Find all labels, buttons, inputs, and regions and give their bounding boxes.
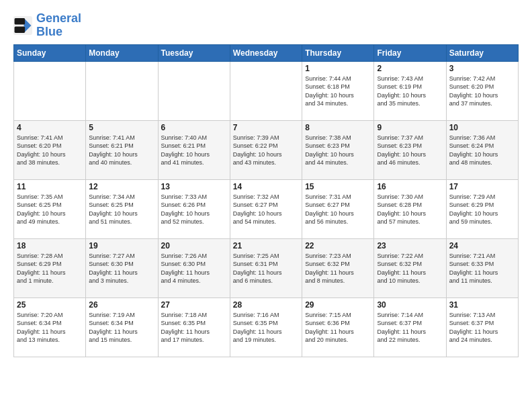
logo-text: General Blue	[36, 12, 81, 39]
calendar-cell: 28Sunrise: 7:16 AM Sunset: 6:35 PM Dayli…	[230, 298, 302, 357]
calendar-cell: 18Sunrise: 7:28 AM Sunset: 6:29 PM Dayli…	[14, 238, 86, 298]
logo: General Blue	[13, 12, 81, 39]
day-number: 7	[233, 123, 299, 132]
cell-content: Sunrise: 7:31 AM Sunset: 6:27 PM Dayligh…	[305, 193, 371, 226]
calendar-cell: 10Sunrise: 7:36 AM Sunset: 6:24 PM Dayli…	[446, 120, 518, 179]
calendar-cell: 21Sunrise: 7:25 AM Sunset: 6:31 PM Dayli…	[230, 238, 302, 298]
day-header-wednesday: Wednesday	[230, 44, 302, 61]
day-number: 24	[449, 241, 515, 250]
cell-content: Sunrise: 7:43 AM Sunset: 6:19 PM Dayligh…	[377, 75, 443, 108]
day-number: 30	[377, 300, 443, 310]
calendar-cell: 5Sunrise: 7:41 AM Sunset: 6:21 PM Daylig…	[86, 120, 158, 179]
cell-content: Sunrise: 7:39 AM Sunset: 6:22 PM Dayligh…	[233, 134, 299, 167]
calendar-cell: 30Sunrise: 7:14 AM Sunset: 6:37 PM Dayli…	[374, 298, 446, 357]
day-number: 5	[89, 123, 154, 132]
cell-content: Sunrise: 7:35 AM Sunset: 6:25 PM Dayligh…	[17, 193, 83, 226]
cell-content: Sunrise: 7:28 AM Sunset: 6:29 PM Dayligh…	[17, 252, 83, 285]
calendar-cell: 24Sunrise: 7:21 AM Sunset: 6:33 PM Dayli…	[446, 238, 518, 298]
cell-content: Sunrise: 7:22 AM Sunset: 6:32 PM Dayligh…	[377, 252, 443, 285]
day-number: 21	[233, 241, 299, 250]
calendar-cell	[86, 61, 158, 120]
week-row-2: 4Sunrise: 7:41 AM Sunset: 6:20 PM Daylig…	[14, 120, 519, 179]
cell-content: Sunrise: 7:37 AM Sunset: 6:23 PM Dayligh…	[377, 134, 443, 167]
calendar-cell: 26Sunrise: 7:19 AM Sunset: 6:34 PM Dayli…	[86, 298, 158, 357]
day-header-monday: Monday	[86, 44, 158, 61]
day-number: 14	[233, 182, 299, 191]
cell-content: Sunrise: 7:33 AM Sunset: 6:26 PM Dayligh…	[161, 193, 227, 226]
calendar-cell: 31Sunrise: 7:13 AM Sunset: 6:37 PM Dayli…	[446, 298, 518, 357]
cell-content: Sunrise: 7:23 AM Sunset: 6:32 PM Dayligh…	[305, 252, 371, 285]
day-header-friday: Friday	[374, 44, 446, 61]
calendar-cell: 13Sunrise: 7:33 AM Sunset: 6:26 PM Dayli…	[158, 179, 230, 238]
cell-content: Sunrise: 7:29 AM Sunset: 6:29 PM Dayligh…	[449, 193, 515, 226]
week-row-4: 18Sunrise: 7:28 AM Sunset: 6:29 PM Dayli…	[14, 238, 519, 298]
cell-content: Sunrise: 7:41 AM Sunset: 6:21 PM Dayligh…	[89, 134, 154, 167]
cell-content: Sunrise: 7:41 AM Sunset: 6:20 PM Dayligh…	[17, 134, 83, 167]
calendar-cell: 8Sunrise: 7:38 AM Sunset: 6:23 PM Daylig…	[302, 120, 374, 179]
cell-content: Sunrise: 7:20 AM Sunset: 6:34 PM Dayligh…	[17, 311, 83, 345]
calendar-cell: 11Sunrise: 7:35 AM Sunset: 6:25 PM Dayli…	[14, 179, 86, 238]
calendar-cell: 20Sunrise: 7:26 AM Sunset: 6:30 PM Dayli…	[158, 238, 230, 298]
calendar-cell: 9Sunrise: 7:37 AM Sunset: 6:23 PM Daylig…	[374, 120, 446, 179]
week-row-3: 11Sunrise: 7:35 AM Sunset: 6:25 PM Dayli…	[14, 179, 519, 238]
day-number: 3	[449, 64, 515, 73]
day-number: 17	[449, 182, 515, 191]
calendar-cell: 12Sunrise: 7:34 AM Sunset: 6:25 PM Dayli…	[86, 179, 158, 238]
cell-content: Sunrise: 7:38 AM Sunset: 6:23 PM Dayligh…	[305, 134, 371, 167]
week-row-5: 25Sunrise: 7:20 AM Sunset: 6:34 PM Dayli…	[14, 298, 519, 357]
calendar-cell: 27Sunrise: 7:18 AM Sunset: 6:35 PM Dayli…	[158, 298, 230, 357]
day-number: 31	[449, 300, 515, 310]
calendar-cell	[158, 61, 230, 120]
day-number: 4	[17, 123, 83, 132]
header-row: SundayMondayTuesdayWednesdayThursdayFrid…	[14, 44, 519, 61]
day-number: 19	[89, 241, 154, 250]
calendar-cell: 2Sunrise: 7:43 AM Sunset: 6:19 PM Daylig…	[374, 61, 446, 120]
day-number: 9	[377, 123, 443, 132]
calendar-cell	[230, 61, 302, 120]
day-number: 11	[17, 182, 83, 191]
cell-content: Sunrise: 7:44 AM Sunset: 6:18 PM Dayligh…	[305, 75, 371, 108]
week-row-1: 1Sunrise: 7:44 AM Sunset: 6:18 PM Daylig…	[14, 61, 519, 120]
cell-content: Sunrise: 7:15 AM Sunset: 6:36 PM Dayligh…	[305, 311, 371, 345]
day-header-tuesday: Tuesday	[158, 44, 230, 61]
day-number: 27	[161, 300, 227, 310]
cell-content: Sunrise: 7:27 AM Sunset: 6:30 PM Dayligh…	[89, 252, 154, 285]
day-number: 6	[161, 123, 227, 132]
cell-content: Sunrise: 7:42 AM Sunset: 6:20 PM Dayligh…	[449, 75, 515, 108]
cell-content: Sunrise: 7:19 AM Sunset: 6:34 PM Dayligh…	[89, 311, 154, 345]
cell-content: Sunrise: 7:40 AM Sunset: 6:21 PM Dayligh…	[161, 134, 227, 167]
day-number: 26	[89, 300, 154, 310]
calendar-cell: 29Sunrise: 7:15 AM Sunset: 6:36 PM Dayli…	[302, 298, 374, 357]
calendar-table: SundayMondayTuesdayWednesdayThursdayFrid…	[13, 44, 519, 357]
day-number: 15	[305, 182, 371, 191]
day-number: 1	[305, 64, 371, 73]
day-header-saturday: Saturday	[446, 44, 518, 61]
calendar-cell: 3Sunrise: 7:42 AM Sunset: 6:20 PM Daylig…	[446, 61, 518, 120]
calendar-cell: 15Sunrise: 7:31 AM Sunset: 6:27 PM Dayli…	[302, 179, 374, 238]
cell-content: Sunrise: 7:26 AM Sunset: 6:30 PM Dayligh…	[161, 252, 227, 285]
calendar-cell: 1Sunrise: 7:44 AM Sunset: 6:18 PM Daylig…	[302, 61, 374, 120]
calendar-cell: 19Sunrise: 7:27 AM Sunset: 6:30 PM Dayli…	[86, 238, 158, 298]
cell-content: Sunrise: 7:14 AM Sunset: 6:37 PM Dayligh…	[377, 311, 443, 345]
cell-content: Sunrise: 7:13 AM Sunset: 6:37 PM Dayligh…	[449, 311, 515, 345]
svg-rect-2	[15, 18, 26, 24]
day-number: 20	[161, 241, 227, 250]
header: General Blue	[13, 12, 519, 39]
cell-content: Sunrise: 7:18 AM Sunset: 6:35 PM Dayligh…	[161, 311, 227, 345]
day-number: 25	[17, 300, 83, 310]
day-number: 18	[17, 241, 83, 250]
calendar-cell	[14, 61, 86, 120]
page: General Blue SundayMondayTuesdayWednesda…	[0, 0, 532, 367]
day-number: 12	[89, 182, 154, 191]
cell-content: Sunrise: 7:30 AM Sunset: 6:28 PM Dayligh…	[377, 193, 443, 226]
day-header-thursday: Thursday	[302, 44, 374, 61]
day-number: 23	[377, 241, 443, 250]
calendar-cell: 22Sunrise: 7:23 AM Sunset: 6:32 PM Dayli…	[302, 238, 374, 298]
day-number: 22	[305, 241, 371, 250]
logo-icon	[13, 16, 32, 35]
day-number: 10	[449, 123, 515, 132]
calendar-cell: 7Sunrise: 7:39 AM Sunset: 6:22 PM Daylig…	[230, 120, 302, 179]
day-number: 16	[377, 182, 443, 191]
cell-content: Sunrise: 7:32 AM Sunset: 6:27 PM Dayligh…	[233, 193, 299, 226]
calendar-cell: 25Sunrise: 7:20 AM Sunset: 6:34 PM Dayli…	[14, 298, 86, 357]
